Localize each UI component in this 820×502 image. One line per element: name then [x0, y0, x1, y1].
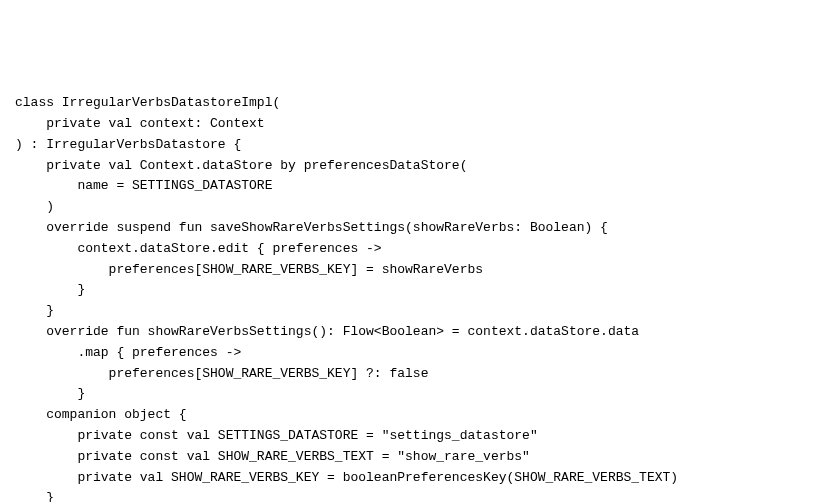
code-line: override suspend fun saveShowRareVerbsSe… [15, 218, 805, 239]
code-line: } [15, 280, 805, 301]
code-line: } [15, 301, 805, 322]
code-line: ) : IrregularVerbsDatastore { [15, 135, 805, 156]
code-line: private val SHOW_RARE_VERBS_KEY = boolea… [15, 468, 805, 489]
code-line: ) [15, 197, 805, 218]
code-block: class IrregularVerbsDatastoreImpl( priva… [15, 93, 805, 502]
code-line: preferences[SHOW_RARE_VERBS_KEY] = showR… [15, 260, 805, 281]
code-line: private const val SETTINGS_DATASTORE = "… [15, 426, 805, 447]
code-line: } [15, 488, 805, 502]
code-line: .map { preferences -> [15, 343, 805, 364]
code-line: override fun showRareVerbsSettings(): Fl… [15, 322, 805, 343]
code-line: companion object { [15, 405, 805, 426]
code-line: class IrregularVerbsDatastoreImpl( [15, 93, 805, 114]
code-line: name = SETTINGS_DATASTORE [15, 176, 805, 197]
code-line: preferences[SHOW_RARE_VERBS_KEY] ?: fals… [15, 364, 805, 385]
code-line: private val context: Context [15, 114, 805, 135]
code-line: } [15, 384, 805, 405]
code-line: private val Context.dataStore by prefere… [15, 156, 805, 177]
code-line: context.dataStore.edit { preferences -> [15, 239, 805, 260]
code-line: private const val SHOW_RARE_VERBS_TEXT =… [15, 447, 805, 468]
